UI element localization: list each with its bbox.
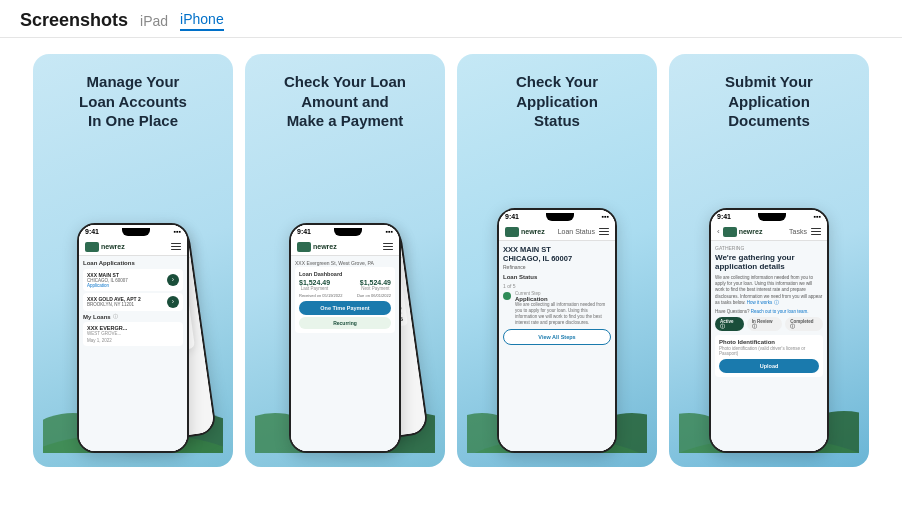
tasks-app-content: GATHERING We're gathering yourapplicatio… (711, 241, 827, 451)
tasks-subtitle: GATHERING (715, 245, 823, 251)
logo-main-4: newrez (723, 227, 763, 237)
my-loans-label: My Loans (83, 314, 111, 320)
tasks-heading: We're gathering yourapplication details (715, 253, 823, 272)
menu-icon-2[interactable] (383, 243, 393, 250)
card-4-phone-container: 9:41 ▪▪▪ ‹ newrez Tasks (679, 143, 859, 453)
tasks-desc: We are collecting information needed fro… (715, 275, 823, 306)
recurring-btn[interactable]: Recurring (299, 317, 391, 329)
logo-main-3: newrez (505, 227, 545, 237)
page-count: 1 of 5 (503, 283, 611, 289)
newrez-icon-main-2 (297, 242, 311, 252)
card-3-title: Check YourApplicationStatus (516, 72, 598, 131)
screenshot-card-4: Submit YourApplicationDocuments 9:41 ▪▪▪… (669, 54, 869, 467)
loan-dashboard-section: Loan Dashboard $1,524.49 Last Payment $1… (295, 267, 395, 333)
loan-row-2[interactable]: XXX GOLD AVE, APT 2 BROOKLYN, NY 11201 › (83, 293, 183, 311)
tasks-header-label: Tasks (789, 228, 807, 235)
status-bar-main-3: 9:41 ▪▪▪ (499, 210, 615, 224)
loan-row-1[interactable]: XXX MAIN ST CHICAGO, IL 60007 Applicatio… (83, 269, 183, 291)
status-loan-type: Refinance (503, 264, 611, 270)
status-tabs: Active ⓘ In Review ⓘ Completed ⓘ (715, 317, 823, 331)
logo-main-1: newrez (85, 242, 125, 252)
loan-city-2: BROOKLYN, NY 11201 (87, 302, 167, 307)
menu-icon-1[interactable] (171, 243, 181, 250)
loan-arrow-2[interactable]: › (167, 296, 179, 308)
logo-text-main-1: newrez (101, 243, 125, 250)
loan-badge-1: Application (87, 283, 167, 288)
card-1-title: Manage YourLoan AccountsIn One Place (79, 72, 187, 131)
task-item-desc: Photo identification (valid driver's lic… (719, 346, 819, 356)
card-1-phone-container: 9:41 ▪▪▪ newrez Would you like to add an… (43, 143, 223, 453)
next-payment-val: $1,524.49 (360, 279, 391, 286)
loan-status-header: Loan Status (558, 228, 595, 235)
view-all-steps-btn[interactable]: View All Steps (503, 329, 611, 345)
active-tab[interactable]: Active ⓘ (715, 317, 744, 331)
app-header-main-2: newrez (291, 239, 399, 256)
my-loans-header: My Loans ⓘ (83, 314, 183, 320)
last-date: Received on 05/19/2022 (299, 293, 342, 298)
dashboard-amounts: $1,524.49 Last Payment $1,524.49 Next Pa… (299, 279, 391, 291)
app-header-main-3: newrez Loan Status (499, 224, 615, 241)
screenshots-grid: Manage YourLoan AccountsIn One Place 9:4… (0, 38, 902, 483)
card-2-phone-container: 9:41 ▪▪▪ newrez XXX Evergreen St, West G… (255, 143, 435, 453)
newrez-icon-main-4 (723, 227, 737, 237)
card-1-phone-main: 9:41 ▪▪▪ newrez Loan Ap (77, 223, 189, 453)
step-dot (503, 292, 511, 300)
menu-icon-3[interactable] (599, 228, 609, 235)
logo-main-2: newrez (297, 242, 337, 252)
dashboard-label: Loan Dashboard (299, 271, 391, 277)
menu-icon-4[interactable] (811, 228, 821, 235)
one-time-payment-btn[interactable]: One Time Payment (299, 301, 391, 315)
card-2-title: Check Your LoanAmount andMake a Payment (284, 72, 406, 131)
card-3-phone-container: 9:41 ▪▪▪ newrez Loan Status (467, 143, 647, 453)
reach-out-link[interactable]: Reach out to your loan team. (751, 309, 809, 314)
last-payment-val: $1,524.49 (299, 279, 330, 286)
loan-app-section-title: Loan Applications (83, 260, 183, 266)
upload-btn[interactable]: Upload (719, 359, 819, 373)
card-4-title: Submit YourApplicationDocuments (725, 72, 813, 131)
step-indicator: Current Step Application We are collecti… (503, 291, 611, 326)
screenshot-card-2: Check Your LoanAmount andMake a Payment … (245, 54, 445, 467)
newrez-icon-main-1 (85, 242, 99, 252)
task-item-title: Photo Identification (719, 339, 819, 345)
next-payment-lbl: Next Payment (360, 286, 391, 291)
next-date: Due on 06/01/2022 (357, 293, 391, 298)
questions-label: Have Questions? Reach out to your loan t… (715, 309, 823, 314)
app-header-main-4: ‹ newrez Tasks (711, 224, 827, 241)
tab-ipad[interactable]: iPad (140, 13, 168, 29)
newrez-icon-main-3 (505, 227, 519, 237)
loan-arrow-1[interactable]: › (167, 274, 179, 286)
screenshots-header: Screenshots iPad iPhone (0, 0, 902, 38)
tab-iphone[interactable]: iPhone (180, 11, 224, 31)
card-3-phone-main: 9:41 ▪▪▪ newrez Loan Status (497, 208, 617, 453)
card1-app-content: Loan Applications XXX MAIN ST CHICAGO, I… (79, 256, 187, 451)
card-2-phone-main: 9:41 ▪▪▪ newrez XXX Eve (289, 223, 401, 453)
my-loans-row: XXX EVERGR... WEST GROVE... May 1, 2022 (83, 322, 183, 346)
how-it-works-link[interactable]: How it works ⓘ (747, 300, 779, 305)
status-address: XXX MAIN STCHICAGO, IL 60007 (503, 245, 611, 263)
task-item-photo-id: Photo Identification Photo identificatio… (715, 335, 823, 377)
step-desc: We are collecting all information needed… (515, 302, 611, 325)
screenshot-card-3: Check YourApplicationStatus 9:41 ▪▪▪ new… (457, 54, 657, 467)
loan-status-section-title: Loan Status (503, 274, 611, 280)
in-review-tab[interactable]: In Review ⓘ (747, 317, 783, 331)
dashboard-dates: Received on 05/19/2022 Due on 06/01/2022 (299, 293, 391, 298)
status-bar-main-1: 9:41 ▪▪▪ (79, 225, 187, 239)
status-bar-main-2: 9:41 ▪▪▪ (291, 225, 399, 239)
dashboard-app-content: XXX Evergreen St, West Grove, PA Loan Da… (291, 256, 399, 451)
screenshot-card-1: Manage YourLoan AccountsIn One Place 9:4… (33, 54, 233, 467)
app-header-main-1: newrez (79, 239, 187, 256)
dash-addr: XXX Evergreen St, West Grove, PA (295, 260, 395, 266)
card-4-phone-main: 9:41 ▪▪▪ ‹ newrez Tasks (709, 208, 829, 453)
status-app-content: XXX MAIN STCHICAGO, IL 60007 Refinance L… (499, 241, 615, 451)
current-step-label: Current Step (515, 291, 611, 296)
last-payment-lbl: Last Payment (299, 286, 330, 291)
completed-tab[interactable]: Completed ⓘ (785, 317, 823, 331)
page-title: Screenshots (20, 10, 128, 31)
status-bar-main-4: 9:41 ▪▪▪ (711, 210, 827, 224)
